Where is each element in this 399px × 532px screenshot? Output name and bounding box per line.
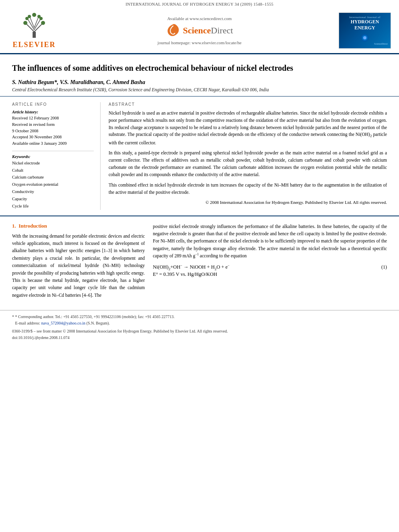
keyword-calcium: Calcium carbonate [12,174,94,181]
available-text: Available at www.sciencedirect.com [167,16,232,21]
svg-point-11 [28,15,31,18]
article-info: ARTICLE INFO Article history: Received 1… [12,102,101,210]
left-column: 1. Introduction With the increasing dema… [12,223,145,302]
keyword-nickel: Nickel electrode [12,160,94,167]
corresponding-author-note: * * Corresponding author. Tel.: +91 4565… [12,314,387,320]
svg-point-12 [37,15,41,18]
article-history-group: Article history: Received 12 February 20… [12,110,94,147]
svg-point-8 [41,21,45,25]
journal-homepage: journal homepage: www.elsevier.com/locat… [158,40,242,45]
keyword-oxygen: Oxygen evolution potential [12,181,94,188]
keyword-cycle: Cycle life [12,203,94,210]
sciencedirect-logo: ScienceDirect [166,23,233,38]
footnote-star: * [12,314,15,319]
corresponding-author-text: * Corresponding author. Tel.: +91 4565 2… [15,314,175,319]
sciencedirect-text: ScienceDirect [183,25,233,36]
keyword-conductivity: Conductivity [12,188,94,195]
abstract-copyright: © 2008 International Association for Hyd… [109,199,387,206]
intro-right-para: positive nickel electrode strongly influ… [153,223,387,260]
section-title-text: Introduction [19,223,47,229]
issn-text: 0360-3199/$ – see front matter © 2008 In… [12,328,387,335]
elsevier-logo: ELSEVIER [8,12,60,49]
email-link[interactable]: nava_572004@yahoo.co.in [41,321,85,325]
abstract-para-1: Nickel hydroxide is used as an active ma… [109,110,387,146]
authors: S. Nathira Begum*, V.S. Muralidharan, C.… [12,79,387,86]
doi-text: doi:10.1016/j.ijhydene.2008.11.074 [12,335,387,341]
svg-point-7 [23,21,27,25]
svg-point-16 [363,36,366,39]
section-title-intro: 1. Introduction [12,223,145,229]
keyword-cobalt: Cobalt [12,167,94,174]
equation-block: Ni(OH)2+OH− → NiOOH + H2O + e− (1) E° = … [153,264,387,278]
abstract-label: ABSTRACT [109,102,387,107]
article-title-section: The influences of some additives on elec… [0,54,399,97]
affiliation: Central Electrochemical Research Institu… [12,87,387,92]
keywords-label: Keywords: [12,154,94,159]
section-number: 1. [12,223,16,229]
equation-text-1: Ni(OH)2+OH− → NiOOH + H2O + e− [153,264,230,271]
logo-banner: ELSEVIER Available at www.sciencedirect.… [0,8,399,54]
received-date: Received 12 February 2008 [12,115,94,121]
right-column: positive nickel electrode strongly influ… [153,223,387,302]
main-content: 1. Introduction With the increasing dema… [0,216,399,306]
sciencedirect-leaf-icon [166,23,181,38]
equation-number: (1) [381,264,387,270]
available-date: Available online 3 January 2009 [12,140,94,147]
abstract-para-3: This combined effect in nickel hydroxide… [109,182,387,196]
info-divider [12,151,94,151]
keyword-capacity: Capacity [12,195,94,203]
intro-left-para: With the increasing demand for portable … [12,232,145,299]
footer-section: * * Corresponding author. Tel.: +91 4565… [0,310,399,344]
revised-date: 9 October 2008 [12,128,94,134]
journal-header-text: INTERNATIONAL JOURNAL OF HYDROGEN ENERGY… [125,2,274,6]
email-note: E-mail address: nava_572004@yahoo.co.in … [12,320,387,327]
hydrogen-energy-logo: International Journal of HYDROGENENERGY … [339,12,391,49]
equation-text-2: E° = 0.395 V vs. Hg/HgO/KOH [153,271,217,277]
hydrogen-energy-image-icon [355,31,375,43]
accepted-date: Accepted 30 November 2008 [12,134,94,140]
svg-point-13 [32,13,36,17]
revised-label: Received in revised form [12,121,94,128]
elsevier-text: ELSEVIER [12,41,56,49]
article-title: The influences of some additives on elec… [12,62,387,74]
sciencedirect-center: Available at www.sciencedirect.com Scien… [60,16,339,45]
abstract-para-2: In this study, a pasted-type electrode i… [109,150,387,178]
article-info-abstract-section: ARTICLE INFO Article history: Received 1… [0,97,399,216]
article-info-label: ARTICLE INFO [12,102,94,107]
keywords-section: Keywords: Nickel electrode Cobalt Calciu… [12,154,94,210]
journal-header: INTERNATIONAL JOURNAL OF HYDROGEN ENERGY… [0,0,399,8]
svg-rect-0 [33,32,36,38]
history-label: Article history: [12,110,94,114]
equation-line-1: Ni(OH)2+OH− → NiOOH + H2O + e− (1) [153,264,387,271]
equation-line-2: E° = 0.395 V vs. Hg/HgO/KOH [153,271,387,277]
elsevier-tree-icon [18,12,50,40]
abstract-section: ABSTRACT Nickel hydroxide is used as an … [109,102,387,210]
